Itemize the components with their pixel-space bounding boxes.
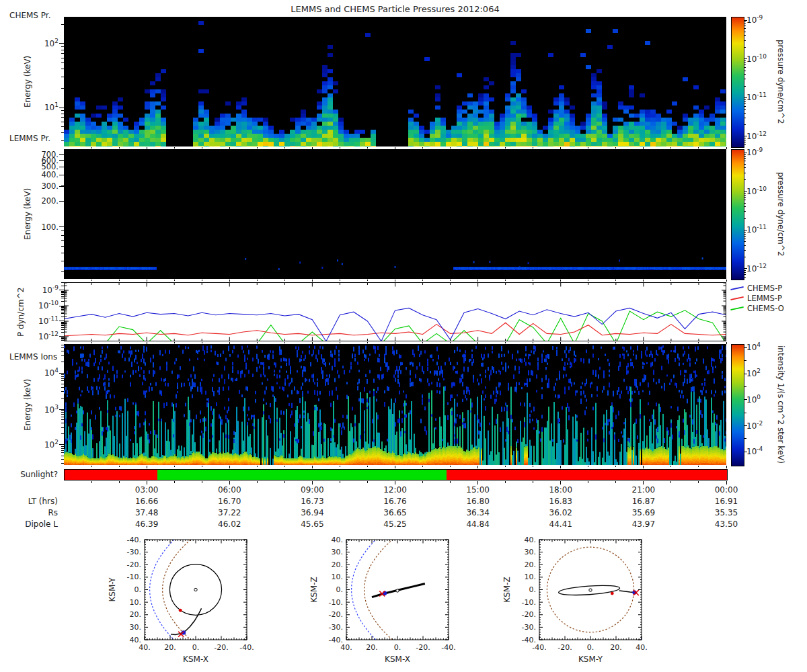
axis-tick (744, 272, 746, 273)
axis-tick (422, 147, 423, 149)
saturn-marker (589, 589, 592, 591)
axis-tick (744, 234, 746, 235)
chems-y-axis-label: Energy (keV) (23, 17, 34, 146)
axis-tick (257, 280, 258, 281)
pressure-colorbar-1 (731, 17, 744, 148)
orbit-x-tick-label: 40. (340, 643, 352, 652)
axis-tick (61, 294, 64, 294)
orbit-y-tick-label: -30. (522, 623, 536, 632)
axis-tick (61, 271, 64, 272)
lemms-panel-label: LEMMS Pr. (9, 134, 50, 143)
axis-tick (744, 28, 746, 29)
orbit-y-tick-label: 20. (525, 560, 537, 569)
orbit-y-tick-label: -40. (522, 636, 536, 644)
axis-tick (61, 313, 64, 314)
tick-label: 10-12 (26, 331, 59, 341)
time-tick-label: 18:00 (539, 485, 582, 495)
axis-tick (698, 481, 699, 483)
tick-label: 102 (746, 368, 777, 378)
orbit-x-tick-label: 0. (587, 643, 594, 652)
axis-tick (61, 338, 64, 339)
axis-tick (615, 147, 616, 149)
axis-tick (202, 280, 202, 281)
orbit-x-tick-label: -20. (416, 643, 430, 652)
axis-tick (588, 466, 588, 467)
ephemeris-value: 16.80 (457, 497, 500, 506)
axis-tick (615, 342, 616, 343)
orbit-plot-ksm-xy: 40.20.0.-20.-40.-40.-30.-20.-10.0.10.20.… (81, 534, 282, 672)
axis-tick (726, 147, 727, 149)
orbit-y-tick-label: -40. (329, 636, 343, 644)
axis-tick (229, 280, 230, 282)
axis-tick (744, 142, 746, 142)
axis-tick (744, 211, 746, 212)
tick-label: 200. (26, 196, 59, 206)
axis-tick (744, 113, 746, 114)
axis-tick (284, 147, 285, 149)
axis-tick (61, 317, 64, 317)
axis-tick (533, 466, 533, 467)
time-tick-label: 00:00 (705, 485, 748, 495)
tick-label: 104 (26, 367, 59, 378)
axis-tick (744, 239, 746, 239)
axis-tick (61, 310, 64, 310)
axis-tick (744, 109, 746, 110)
axis-tick (61, 398, 64, 398)
axis-tick (744, 74, 746, 75)
axis-tick (119, 147, 120, 149)
axis-tick (61, 132, 64, 133)
axis-tick (367, 280, 368, 281)
axis-tick (643, 466, 644, 468)
axis-tick (61, 77, 64, 77)
axis-tick (744, 79, 746, 79)
axis-tick (61, 235, 64, 236)
axis-tick (560, 147, 561, 149)
orbit-y-tick-label: -40. (127, 536, 141, 544)
tick-label: 10-11 (746, 91, 777, 102)
orbit-plot-ksm-yz: -40.-20.0.20.40.40.30.20.10.0.-10.-20.-3… (475, 534, 677, 672)
axis-tick (174, 280, 175, 281)
orbit-x-tick-label: -20. (558, 643, 572, 652)
orbit-x-tick-label: 0. (192, 643, 200, 652)
ephemeris-value: 44.84 (457, 519, 500, 529)
axis-tick (615, 466, 616, 467)
axis-tick (533, 280, 533, 281)
orbit-y-tick-label: -30. (127, 548, 141, 556)
ephemeris-value: 16.87 (622, 497, 665, 506)
axis-tick (61, 345, 64, 345)
axis-tick (744, 232, 746, 233)
axis-tick (202, 466, 202, 467)
ephemeris-value: 16.91 (705, 497, 748, 506)
axis-tick (61, 261, 64, 261)
legend-line-chems-o (730, 306, 744, 310)
axis-tick (340, 280, 340, 281)
ephemeris-value: 35.69 (622, 508, 665, 517)
axis-tick (202, 147, 202, 149)
axis-tick (450, 280, 451, 281)
axis-tick (726, 481, 727, 485)
tick-label: 10-9 (746, 146, 777, 157)
axis-tick (61, 240, 64, 241)
orbit-y-tick-label: 10. (525, 573, 537, 581)
time-tick-label: 12:00 (374, 485, 417, 495)
axis-tick (61, 246, 64, 247)
axis-tick (588, 280, 588, 281)
axis-tick (744, 360, 746, 361)
ephemeris-value: 37.48 (125, 508, 168, 517)
axis-tick (422, 481, 423, 483)
orbit-y-tick-label: 10. (130, 598, 142, 607)
axis-tick (560, 342, 561, 344)
axis-tick (61, 376, 64, 377)
axis-tick (61, 50, 64, 50)
axis-tick (91, 466, 92, 467)
axis-tick (312, 147, 313, 149)
axis-tick (744, 203, 746, 204)
legend-line-lemms-p (730, 296, 744, 300)
axis-tick (61, 414, 64, 415)
axis-tick (744, 173, 746, 173)
axis-tick (202, 481, 202, 483)
axis-tick (312, 342, 313, 344)
axis-tick (147, 280, 147, 282)
axis-tick (61, 292, 64, 293)
axis-tick (744, 60, 746, 61)
